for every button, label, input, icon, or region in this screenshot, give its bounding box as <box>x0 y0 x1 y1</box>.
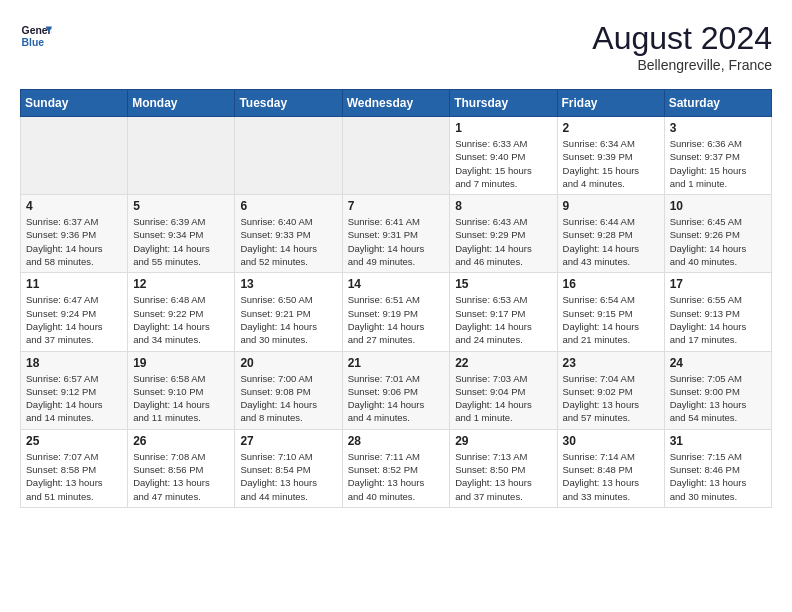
day-number: 24 <box>670 356 766 370</box>
day-info: Sunrise: 7:15 AM Sunset: 8:46 PM Dayligh… <box>670 450 766 503</box>
day-info: Sunrise: 6:55 AM Sunset: 9:13 PM Dayligh… <box>670 293 766 346</box>
calendar-week-row: 11Sunrise: 6:47 AM Sunset: 9:24 PM Dayli… <box>21 273 772 351</box>
calendar-cell: 23Sunrise: 7:04 AM Sunset: 9:02 PM Dayli… <box>557 351 664 429</box>
day-number: 30 <box>563 434 659 448</box>
calendar-cell: 10Sunrise: 6:45 AM Sunset: 9:26 PM Dayli… <box>664 195 771 273</box>
calendar-cell: 11Sunrise: 6:47 AM Sunset: 9:24 PM Dayli… <box>21 273 128 351</box>
day-info: Sunrise: 6:54 AM Sunset: 9:15 PM Dayligh… <box>563 293 659 346</box>
calendar-table: SundayMondayTuesdayWednesdayThursdayFrid… <box>20 89 772 508</box>
day-info: Sunrise: 6:41 AM Sunset: 9:31 PM Dayligh… <box>348 215 445 268</box>
day-number: 12 <box>133 277 229 291</box>
day-number: 19 <box>133 356 229 370</box>
day-number: 29 <box>455 434 551 448</box>
calendar-cell: 3Sunrise: 6:36 AM Sunset: 9:37 PM Daylig… <box>664 117 771 195</box>
day-number: 9 <box>563 199 659 213</box>
calendar-cell: 28Sunrise: 7:11 AM Sunset: 8:52 PM Dayli… <box>342 429 450 507</box>
month-year: August 2024 <box>592 20 772 57</box>
day-number: 13 <box>240 277 336 291</box>
calendar-week-row: 1Sunrise: 6:33 AM Sunset: 9:40 PM Daylig… <box>21 117 772 195</box>
day-number: 31 <box>670 434 766 448</box>
calendar-cell: 1Sunrise: 6:33 AM Sunset: 9:40 PM Daylig… <box>450 117 557 195</box>
weekday-header: Sunday <box>21 90 128 117</box>
weekday-header: Saturday <box>664 90 771 117</box>
day-info: Sunrise: 6:45 AM Sunset: 9:26 PM Dayligh… <box>670 215 766 268</box>
weekday-header: Tuesday <box>235 90 342 117</box>
day-number: 26 <box>133 434 229 448</box>
calendar-cell: 18Sunrise: 6:57 AM Sunset: 9:12 PM Dayli… <box>21 351 128 429</box>
day-number: 11 <box>26 277 122 291</box>
day-number: 3 <box>670 121 766 135</box>
calendar-cell: 9Sunrise: 6:44 AM Sunset: 9:28 PM Daylig… <box>557 195 664 273</box>
calendar-cell: 6Sunrise: 6:40 AM Sunset: 9:33 PM Daylig… <box>235 195 342 273</box>
day-info: Sunrise: 7:07 AM Sunset: 8:58 PM Dayligh… <box>26 450 122 503</box>
day-info: Sunrise: 7:08 AM Sunset: 8:56 PM Dayligh… <box>133 450 229 503</box>
calendar-cell: 25Sunrise: 7:07 AM Sunset: 8:58 PM Dayli… <box>21 429 128 507</box>
day-number: 15 <box>455 277 551 291</box>
day-number: 5 <box>133 199 229 213</box>
day-number: 18 <box>26 356 122 370</box>
day-info: Sunrise: 7:13 AM Sunset: 8:50 PM Dayligh… <box>455 450 551 503</box>
calendar-cell: 26Sunrise: 7:08 AM Sunset: 8:56 PM Dayli… <box>128 429 235 507</box>
calendar-cell: 8Sunrise: 6:43 AM Sunset: 9:29 PM Daylig… <box>450 195 557 273</box>
day-info: Sunrise: 7:00 AM Sunset: 9:08 PM Dayligh… <box>240 372 336 425</box>
weekday-header: Thursday <box>450 90 557 117</box>
day-number: 7 <box>348 199 445 213</box>
day-info: Sunrise: 7:04 AM Sunset: 9:02 PM Dayligh… <box>563 372 659 425</box>
day-info: Sunrise: 6:48 AM Sunset: 9:22 PM Dayligh… <box>133 293 229 346</box>
calendar-cell: 4Sunrise: 6:37 AM Sunset: 9:36 PM Daylig… <box>21 195 128 273</box>
calendar-cell: 19Sunrise: 6:58 AM Sunset: 9:10 PM Dayli… <box>128 351 235 429</box>
calendar-cell <box>342 117 450 195</box>
day-number: 21 <box>348 356 445 370</box>
day-info: Sunrise: 7:01 AM Sunset: 9:06 PM Dayligh… <box>348 372 445 425</box>
day-info: Sunrise: 6:39 AM Sunset: 9:34 PM Dayligh… <box>133 215 229 268</box>
calendar-cell: 29Sunrise: 7:13 AM Sunset: 8:50 PM Dayli… <box>450 429 557 507</box>
calendar-cell: 12Sunrise: 6:48 AM Sunset: 9:22 PM Dayli… <box>128 273 235 351</box>
day-number: 17 <box>670 277 766 291</box>
day-number: 27 <box>240 434 336 448</box>
day-info: Sunrise: 7:11 AM Sunset: 8:52 PM Dayligh… <box>348 450 445 503</box>
calendar-cell: 13Sunrise: 6:50 AM Sunset: 9:21 PM Dayli… <box>235 273 342 351</box>
day-number: 16 <box>563 277 659 291</box>
logo: General Blue <box>20 20 52 52</box>
day-info: Sunrise: 6:43 AM Sunset: 9:29 PM Dayligh… <box>455 215 551 268</box>
weekday-header: Friday <box>557 90 664 117</box>
day-info: Sunrise: 6:44 AM Sunset: 9:28 PM Dayligh… <box>563 215 659 268</box>
calendar-cell <box>128 117 235 195</box>
location: Bellengreville, France <box>592 57 772 73</box>
day-number: 4 <box>26 199 122 213</box>
calendar-cell: 7Sunrise: 6:41 AM Sunset: 9:31 PM Daylig… <box>342 195 450 273</box>
title-block: August 2024 Bellengreville, France <box>592 20 772 73</box>
day-info: Sunrise: 6:37 AM Sunset: 9:36 PM Dayligh… <box>26 215 122 268</box>
day-info: Sunrise: 6:53 AM Sunset: 9:17 PM Dayligh… <box>455 293 551 346</box>
day-info: Sunrise: 7:03 AM Sunset: 9:04 PM Dayligh… <box>455 372 551 425</box>
calendar-cell: 15Sunrise: 6:53 AM Sunset: 9:17 PM Dayli… <box>450 273 557 351</box>
calendar-cell: 17Sunrise: 6:55 AM Sunset: 9:13 PM Dayli… <box>664 273 771 351</box>
day-info: Sunrise: 6:50 AM Sunset: 9:21 PM Dayligh… <box>240 293 336 346</box>
day-info: Sunrise: 6:47 AM Sunset: 9:24 PM Dayligh… <box>26 293 122 346</box>
day-number: 22 <box>455 356 551 370</box>
day-number: 10 <box>670 199 766 213</box>
calendar-cell: 16Sunrise: 6:54 AM Sunset: 9:15 PM Dayli… <box>557 273 664 351</box>
day-number: 20 <box>240 356 336 370</box>
calendar-week-row: 4Sunrise: 6:37 AM Sunset: 9:36 PM Daylig… <box>21 195 772 273</box>
calendar-cell <box>235 117 342 195</box>
calendar-cell: 22Sunrise: 7:03 AM Sunset: 9:04 PM Dayli… <box>450 351 557 429</box>
calendar-week-row: 18Sunrise: 6:57 AM Sunset: 9:12 PM Dayli… <box>21 351 772 429</box>
day-number: 1 <box>455 121 551 135</box>
day-info: Sunrise: 6:33 AM Sunset: 9:40 PM Dayligh… <box>455 137 551 190</box>
day-info: Sunrise: 7:14 AM Sunset: 8:48 PM Dayligh… <box>563 450 659 503</box>
calendar-cell: 30Sunrise: 7:14 AM Sunset: 8:48 PM Dayli… <box>557 429 664 507</box>
day-number: 6 <box>240 199 336 213</box>
calendar-cell: 21Sunrise: 7:01 AM Sunset: 9:06 PM Dayli… <box>342 351 450 429</box>
day-info: Sunrise: 6:51 AM Sunset: 9:19 PM Dayligh… <box>348 293 445 346</box>
day-number: 8 <box>455 199 551 213</box>
weekday-header: Monday <box>128 90 235 117</box>
day-info: Sunrise: 6:57 AM Sunset: 9:12 PM Dayligh… <box>26 372 122 425</box>
day-number: 25 <box>26 434 122 448</box>
calendar-cell: 27Sunrise: 7:10 AM Sunset: 8:54 PM Dayli… <box>235 429 342 507</box>
calendar-cell <box>21 117 128 195</box>
svg-text:Blue: Blue <box>22 37 45 48</box>
day-number: 2 <box>563 121 659 135</box>
day-info: Sunrise: 6:40 AM Sunset: 9:33 PM Dayligh… <box>240 215 336 268</box>
day-info: Sunrise: 7:05 AM Sunset: 9:00 PM Dayligh… <box>670 372 766 425</box>
